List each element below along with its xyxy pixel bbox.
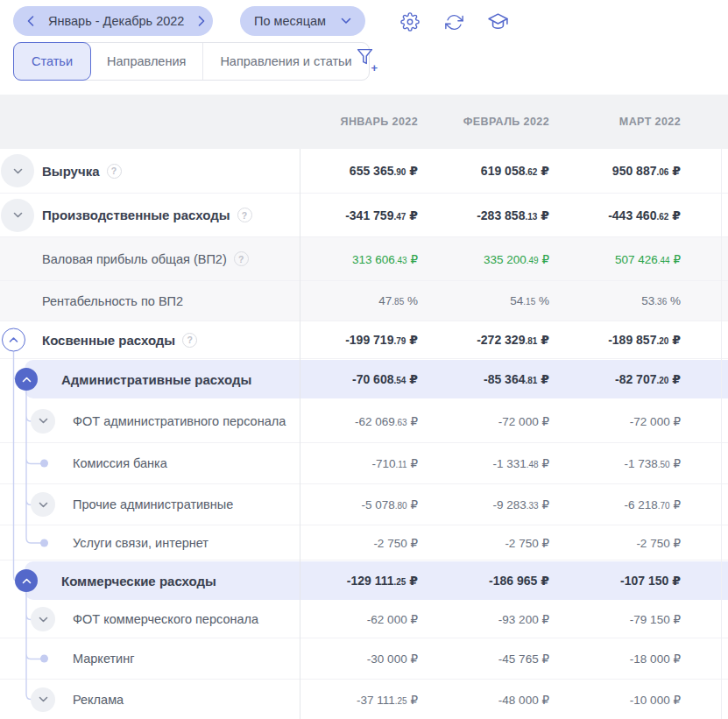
row-label: ФОТ административного персонала bbox=[73, 414, 286, 428]
cell-value: -6 218.70 ₽ bbox=[549, 497, 681, 511]
row-label-cell: Выручка? bbox=[0, 164, 300, 179]
education-button[interactable] bbox=[484, 10, 512, 34]
help-icon[interactable]: ? bbox=[234, 251, 249, 266]
table-row: Услуги связи, интернет-2 750 ₽-2 750 ₽-2… bbox=[0, 525, 728, 560]
cell-value: -62 000 ₽ bbox=[300, 612, 418, 626]
column-divider bbox=[300, 149, 300, 719]
tab-3[interactable]: Направления и статьи bbox=[202, 43, 368, 80]
cell-value: -107 150 ₽ bbox=[549, 574, 681, 588]
cell-value: -129 111.25 ₽ bbox=[300, 574, 418, 588]
pnl-report-page: Январь - Декабрь 2022 По месяцам СтатьиН… bbox=[0, 0, 728, 719]
row-label: Административные расходы bbox=[61, 372, 251, 387]
row-label: Производственные расходы bbox=[42, 208, 230, 222]
help-icon[interactable]: ? bbox=[182, 333, 197, 348]
refresh-icon bbox=[445, 13, 463, 32]
cell-value: -1 738.50 ₽ bbox=[549, 456, 681, 470]
row-label: Рентабельность по ВП2 bbox=[42, 294, 183, 308]
refresh-button[interactable] bbox=[440, 10, 468, 34]
expand-row-button[interactable] bbox=[1, 154, 34, 187]
table-row: ФОТ административного персонала-62 069.6… bbox=[0, 399, 728, 443]
period-prev-button[interactable] bbox=[25, 14, 36, 28]
table-row: Рентабельность по ВП247.85 %54.15 %53.36… bbox=[0, 281, 728, 321]
cell-value: 655 365.90 ₽ bbox=[300, 164, 418, 178]
table-row: Маркетинг-30 000 ₽-45 765 ₽-18 000 ₽ bbox=[0, 638, 728, 680]
leaf-dot bbox=[40, 460, 48, 468]
leaf-dot bbox=[40, 655, 48, 663]
chevron-right-icon bbox=[198, 16, 205, 26]
cell-value: 313 606.43 ₽ bbox=[300, 252, 418, 266]
table-row: Прочие административные-5 078.80 ₽-9 283… bbox=[0, 484, 728, 525]
cell-value: 335 200.49 ₽ bbox=[418, 252, 549, 266]
cell-value: -70 608.54 ₽ bbox=[300, 372, 418, 386]
expand-row-button[interactable] bbox=[31, 607, 55, 631]
settings-button[interactable] bbox=[396, 10, 424, 34]
row-label: Комиссия банка bbox=[73, 456, 167, 470]
cell-value: -710.11 ₽ bbox=[300, 456, 418, 470]
row-label-cell: Косвенные расходы? bbox=[0, 333, 300, 348]
help-icon[interactable]: ? bbox=[237, 208, 252, 222]
expand-row-button[interactable] bbox=[31, 409, 55, 434]
cell-value: -443 460.62 ₽ bbox=[549, 208, 681, 222]
row-label: Валовая прибыль общая (ВП2) bbox=[42, 252, 227, 266]
cell-value: -1 331.48 ₽ bbox=[418, 456, 549, 470]
cell-value: -30 000 ₽ bbox=[300, 652, 418, 666]
cell-value: -9 283.33 ₽ bbox=[418, 497, 549, 511]
table-row: Коммерческие расходы-129 111.25 ₽-186 96… bbox=[0, 560, 728, 601]
cell-value: -341 759.47 ₽ bbox=[300, 208, 418, 222]
granularity-label: По месяцам bbox=[254, 14, 326, 28]
table-row: Выручка?655 365.90 ₽619 058.62 ₽950 887.… bbox=[0, 149, 728, 194]
gear-icon bbox=[400, 12, 420, 32]
cell-value: -18 000 ₽ bbox=[549, 652, 681, 666]
collapse-row-button[interactable] bbox=[2, 328, 25, 352]
cell-value: -189 857.20 ₽ bbox=[549, 333, 681, 347]
table-body: Выручка?655 365.90 ₽619 058.62 ₽950 887.… bbox=[0, 149, 728, 719]
view-tabs: СтатьиНаправленияНаправления и статьи bbox=[13, 42, 370, 81]
cell-value: -72 000 ₽ bbox=[418, 414, 549, 428]
cell-value: -2 750 ₽ bbox=[300, 536, 418, 550]
table-row: Реклама-37 111.25 ₽-48 000 ₽-10 000 ₽ bbox=[0, 680, 728, 719]
row-label: Выручка bbox=[42, 164, 100, 179]
row-label-cell: Рентабельность по ВП2 bbox=[0, 294, 300, 308]
table-header: ЯНВАРЬ 2022ФЕВРАЛЬ 2022МАРТ 2022 bbox=[0, 95, 728, 149]
row-label: Реклама bbox=[73, 693, 124, 707]
column-divider-right bbox=[721, 149, 722, 719]
chevron-down-icon bbox=[341, 18, 351, 25]
row-label-cell: Валовая прибыль общая (ВП2)? bbox=[0, 251, 300, 266]
period-selector[interactable]: Январь - Декабрь 2022 bbox=[13, 6, 213, 36]
collapse-row-button[interactable] bbox=[15, 569, 38, 592]
cell-value: 54.15 % bbox=[418, 294, 549, 307]
pnl-table: ЯНВАРЬ 2022ФЕВРАЛЬ 2022МАРТ 2022 Выручка… bbox=[0, 95, 728, 719]
table-row: Валовая прибыль общая (ВП2)?313 606.43 ₽… bbox=[0, 237, 728, 281]
leaf-dot bbox=[40, 539, 48, 546]
cell-value: -85 364.81 ₽ bbox=[418, 372, 549, 386]
row-label-cell: Административные расходы bbox=[0, 372, 300, 387]
cell-value: -72 000 ₽ bbox=[549, 414, 681, 428]
cell-value: -2 750 ₽ bbox=[549, 536, 681, 550]
row-label: Услуги связи, интернет bbox=[73, 536, 209, 550]
cell-value: -283 858.13 ₽ bbox=[418, 208, 549, 222]
cell-value: -186 965 ₽ bbox=[418, 574, 549, 588]
cell-value: -62 069.63 ₽ bbox=[300, 414, 418, 428]
chevron-left-icon bbox=[27, 16, 34, 26]
cell-value: -37 111.25 ₽ bbox=[300, 693, 418, 707]
collapse-row-button[interactable] bbox=[15, 368, 38, 391]
cell-value: -5 078.80 ₽ bbox=[300, 497, 418, 511]
granularity-dropdown[interactable]: По месяцам bbox=[240, 6, 365, 36]
expand-row-button[interactable] bbox=[31, 492, 55, 517]
table-row: Производственные расходы?-341 759.47 ₽-2… bbox=[0, 194, 728, 237]
cell-value: -48 000 ₽ bbox=[418, 693, 549, 707]
add-filter-button[interactable] bbox=[350, 47, 379, 75]
row-label: ФОТ коммерческого персонала bbox=[73, 612, 258, 626]
expand-row-button[interactable] bbox=[31, 687, 55, 712]
period-next-button[interactable] bbox=[196, 14, 207, 28]
tab-1[interactable]: Статьи bbox=[13, 42, 91, 81]
cell-value: 53.36 % bbox=[549, 294, 681, 307]
graduation-cap-icon bbox=[487, 12, 509, 32]
row-label-cell: Коммерческие расходы bbox=[0, 574, 300, 589]
help-icon[interactable]: ? bbox=[107, 164, 122, 179]
cell-value: 619 058.62 ₽ bbox=[418, 164, 549, 178]
row-label: Маркетинг bbox=[73, 652, 135, 666]
tab-2[interactable]: Направления bbox=[90, 43, 202, 80]
table-row: Административные расходы-70 608.54 ₽-85 … bbox=[0, 359, 728, 399]
expand-row-button[interactable] bbox=[1, 199, 34, 232]
